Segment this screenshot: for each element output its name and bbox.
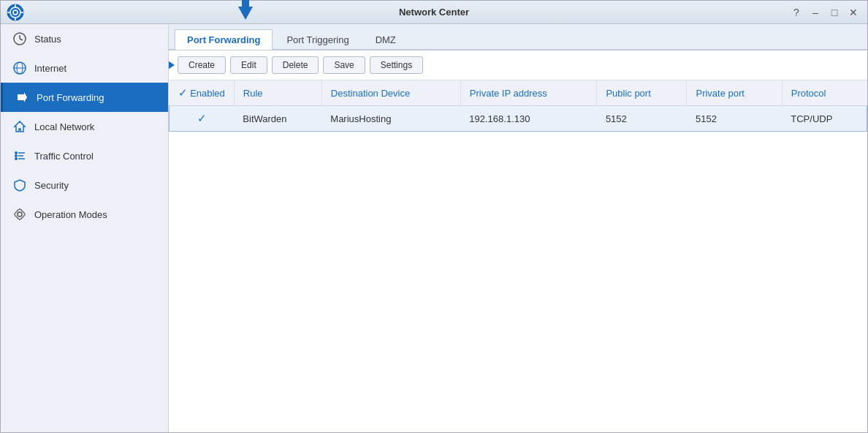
window-title: Network Center — [399, 7, 469, 18]
app-icon — [7, 4, 24, 21]
col-private-port: Private port — [687, 80, 782, 106]
window-controls: ? – □ ✕ — [788, 4, 861, 20]
create-button[interactable]: Create — [178, 56, 226, 74]
tab-bar: Port Forwarding Port Triggering DMZ — [169, 24, 867, 50]
sidebar-label-status: Status — [34, 34, 61, 45]
sidebar: Status Internet — [1, 24, 169, 432]
title-arrow-annotation — [227, 0, 264, 20]
col-rule: Rule — [234, 80, 321, 106]
col-private-ip: Private IP address — [460, 80, 597, 106]
bars-icon — [12, 148, 27, 163]
close-button[interactable]: ✕ — [845, 4, 861, 20]
sidebar-item-local-network[interactable]: Local Network — [1, 112, 168, 141]
toolbar: Create Edit Delete Save Settings — [169, 50, 867, 80]
tab-port-triggering[interactable]: Port Triggering — [274, 29, 361, 50]
svg-marker-23 — [169, 56, 175, 74]
sidebar-label-security: Security — [34, 180, 69, 191]
row-rule: BitWarden — [234, 106, 321, 132]
app-body: Status Internet — [1, 24, 867, 432]
arrow-annotation — [169, 55, 175, 75]
delete-button[interactable]: Delete — [272, 56, 319, 74]
svg-marker-14 — [18, 92, 27, 102]
sidebar-item-internet[interactable]: Internet — [1, 53, 168, 83]
gear-icon — [12, 207, 27, 222]
settings-button[interactable]: Settings — [370, 56, 423, 74]
sidebar-label-traffic-control: Traffic Control — [34, 151, 94, 162]
row-private-ip: 192.168.1.130 — [460, 106, 597, 132]
sidebar-label-internet: Internet — [34, 63, 66, 74]
col-protocol: Protocol — [782, 80, 867, 106]
sidebar-label-operation-modes: Operation Modes — [34, 209, 107, 220]
clock-icon — [12, 31, 27, 46]
svg-marker-7 — [238, 0, 253, 20]
sidebar-item-operation-modes[interactable]: Operation Modes — [1, 200, 168, 229]
app-window: Network Center ? – □ ✕ Status — [0, 0, 868, 433]
table-row[interactable]: ✓ BitWarden MariusHosting 192.168.1.130 … — [170, 106, 867, 132]
sidebar-item-port-forwarding[interactable]: Port Forwarding — [1, 83, 168, 112]
restore-button[interactable]: □ — [826, 4, 842, 20]
tab-dmz[interactable]: DMZ — [363, 29, 408, 50]
row-public-port: 5152 — [597, 106, 687, 132]
row-private-port: 5152 — [687, 106, 782, 132]
col-public-port: Public port — [597, 80, 687, 106]
svg-marker-15 — [15, 121, 25, 132]
arrow-right-icon — [15, 90, 29, 105]
sidebar-item-security[interactable]: Security — [1, 170, 168, 200]
rules-table: ✓ Enabled Rule Destination Device Privat… — [169, 80, 867, 132]
sidebar-item-traffic-control[interactable]: Traffic Control — [1, 141, 168, 170]
minimize-button[interactable]: – — [807, 4, 823, 20]
sidebar-label-local-network: Local Network — [34, 121, 94, 132]
col-enabled: ✓ Enabled — [170, 80, 235, 106]
row-protocol: TCP/UDP — [782, 106, 867, 132]
tab-port-forwarding[interactable]: Port Forwarding — [175, 29, 273, 50]
row-destination-device: MariusHosting — [321, 106, 460, 132]
main-content: Port Forwarding Port Triggering DMZ Crea… — [169, 24, 867, 432]
edit-button[interactable]: Edit — [230, 56, 267, 74]
title-bar: Network Center ? – □ ✕ — [1, 1, 867, 24]
globe-icon — [12, 61, 27, 75]
help-button[interactable]: ? — [788, 4, 804, 20]
sidebar-item-status[interactable]: Status — [1, 24, 168, 53]
sidebar-label-port-forwarding: Port Forwarding — [37, 92, 104, 103]
col-destination-device: Destination Device — [321, 80, 460, 106]
svg-point-16 — [15, 151, 18, 154]
row-enabled: ✓ — [170, 106, 235, 132]
svg-point-17 — [15, 154, 18, 157]
save-button[interactable]: Save — [323, 56, 365, 74]
svg-point-22 — [18, 212, 22, 217]
svg-line-10 — [20, 39, 23, 40]
table-container: ✓ Enabled Rule Destination Device Privat… — [169, 80, 867, 432]
house-icon — [12, 119, 27, 134]
svg-point-18 — [15, 157, 18, 160]
shield-icon — [12, 178, 27, 192]
table-header-row: ✓ Enabled Rule Destination Device Privat… — [170, 80, 867, 106]
